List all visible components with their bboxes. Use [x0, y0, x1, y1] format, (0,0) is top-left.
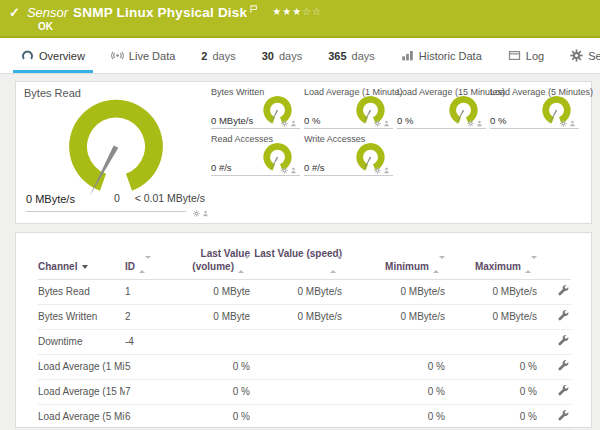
priority-stars[interactable]: ★★★☆☆ — [272, 6, 322, 17]
tab-label: Historic Data — [419, 50, 482, 62]
wrench-icon[interactable] — [558, 285, 569, 298]
table-header-row: Channel ID Last Value (volume) Last Valu… — [38, 246, 571, 280]
column-header-last-value-volume[interactable]: Last Value (volume) — [174, 246, 250, 280]
gear-icon[interactable] — [193, 210, 200, 217]
column-header-maximum[interactable]: Maximum — [445, 246, 537, 280]
column-header-id[interactable]: ID — [125, 246, 174, 280]
gauge-bytes-read: Bytes Read 0 < 0.01 MByte/s 0 MByte/s — [24, 87, 211, 219]
person-icon[interactable] — [290, 120, 297, 127]
sort-desc-icon — [82, 265, 88, 269]
last-value-speed — [250, 405, 342, 430]
gear-icon[interactable] — [560, 120, 567, 127]
tab-30-days[interactable]: 30 days — [249, 38, 316, 73]
column-header-channel[interactable]: Channel — [38, 246, 125, 280]
tab-historic-data[interactable]: Historic Data — [388, 38, 495, 73]
channel-id: 6 — [125, 405, 174, 430]
channel-name[interactable]: Load Average (5 Min... — [38, 405, 125, 430]
minimum-value: 0 % — [342, 405, 445, 430]
gear-icon[interactable] — [281, 120, 288, 127]
person-icon[interactable] — [290, 167, 297, 174]
tab-overview[interactable]: Overview — [8, 38, 98, 73]
flag-icon[interactable] — [249, 4, 258, 16]
tab-log[interactable]: Log — [495, 38, 557, 73]
tab-bar: Overview Live Data 2 days 30 days 365 da… — [0, 38, 600, 74]
column-label: Minimum — [385, 261, 429, 272]
channel-name[interactable]: Downtime — [38, 330, 125, 355]
table-row[interactable]: Bytes Read 1 0 MByte 0 MByte/s 0 MByte/s… — [38, 280, 571, 305]
column-label: Last Value (speed) — [254, 248, 342, 259]
gear-icon[interactable] — [281, 167, 288, 174]
table-row[interactable]: Downtime -4 — [38, 330, 571, 355]
person-icon[interactable] — [383, 167, 390, 174]
channel-name[interactable]: Load Average (15 Mi... — [38, 380, 125, 405]
last-value-volume: 0 % — [174, 405, 250, 430]
person-icon[interactable] — [383, 120, 390, 127]
wrench-icon[interactable] — [558, 310, 569, 323]
minimum-value — [342, 330, 445, 355]
tab-number: 2 — [201, 50, 207, 62]
gear-icon[interactable] — [374, 120, 381, 127]
maximum-value — [445, 330, 537, 355]
gauge-current-value: 0 #/s — [211, 162, 232, 173]
tab-settings[interactable]: Settings — [557, 38, 600, 73]
channel-name[interactable]: Bytes Written — [38, 305, 125, 330]
minimum-value: 0 MByte/s — [342, 305, 445, 330]
gauge-current-value: 0 % — [304, 115, 320, 126]
table-row[interactable]: Load Average (15 Mi... 7 0 % 0 % 0 % — [38, 380, 571, 405]
column-label: Channel — [38, 261, 77, 272]
tab-label: Overview — [39, 50, 85, 62]
gauge-scale-max: < 0.01 MByte/s — [135, 192, 205, 204]
tab-number: 365 — [328, 50, 346, 62]
tab-unit: days — [352, 50, 375, 62]
column-header-last-value-speed[interactable]: Last Value (speed) — [250, 246, 342, 280]
live-signal-icon — [111, 49, 124, 62]
channel-name[interactable]: Load Average (1 Min... — [38, 355, 125, 380]
wrench-icon[interactable] — [558, 360, 569, 373]
tab-365-days[interactable]: 365 days — [315, 38, 388, 73]
wrench-icon[interactable] — [558, 410, 569, 423]
gauge-load-average-5min: Load Average (5 Minutes) 0 % — [490, 87, 579, 129]
log-window-icon — [508, 49, 521, 62]
maximum-value: 0 MByte/s — [445, 280, 537, 305]
sort-icon — [525, 259, 537, 270]
tab-label: Live Data — [129, 50, 175, 62]
gauge-bytes-written: Bytes Written 0 MByte/s — [211, 87, 300, 129]
last-value-speed — [250, 330, 342, 355]
person-icon[interactable] — [202, 210, 209, 217]
gauges-panel: Bytes Read 0 < 0.01 MByte/s 0 MByte/s By… — [15, 81, 592, 224]
column-header-minimum[interactable]: Minimum — [342, 246, 445, 280]
gear-icon[interactable] — [374, 167, 381, 174]
wrench-icon[interactable] — [558, 335, 569, 348]
gauge-write-accesses: Write Accesses 0 #/s — [304, 134, 393, 176]
gauge-icon — [21, 49, 34, 62]
gauge-read-accesses: Read Accesses 0 #/s — [211, 134, 300, 176]
wrench-icon[interactable] — [558, 385, 569, 398]
maximum-value: 0 % — [445, 405, 537, 430]
tab-label: Log — [526, 50, 544, 62]
column-header-actions — [537, 246, 571, 280]
last-value-speed: 0 MByte/s — [250, 280, 342, 305]
table-row[interactable]: Load Average (1 Min... 5 0 % 0 % 0 % — [38, 355, 571, 380]
last-value-volume — [174, 330, 250, 355]
table-row[interactable]: Load Average (5 Min... 6 0 % 0 % 0 % — [38, 405, 571, 430]
bar-chart-icon — [401, 49, 414, 62]
gauge-scale-line — [26, 211, 186, 212]
gear-icon — [570, 49, 583, 62]
bytes-read-gauge-dial — [60, 93, 172, 199]
minimum-value: 0 % — [342, 355, 445, 380]
last-value-speed: 0 MByte/s — [250, 305, 342, 330]
person-icon[interactable] — [476, 120, 483, 127]
table-row[interactable]: Bytes Written 2 0 MByte 0 MByte/s 0 MByt… — [38, 305, 571, 330]
gear-icon[interactable] — [467, 120, 474, 127]
channel-id: 7 — [125, 380, 174, 405]
channel-table-panel: Channel ID Last Value (volume) Last Valu… — [15, 232, 592, 428]
maximum-value: 0 MByte/s — [445, 305, 537, 330]
tab-unit: days — [212, 50, 235, 62]
tab-live-data[interactable]: Live Data — [98, 38, 188, 73]
tab-2-days[interactable]: 2 days — [188, 38, 248, 73]
last-value-volume: 0 % — [174, 355, 250, 380]
channel-name[interactable]: Bytes Read — [38, 280, 125, 305]
gauge-current-value: 0 % — [490, 115, 506, 126]
person-icon[interactable] — [569, 120, 576, 127]
tab-unit: days — [279, 50, 302, 62]
